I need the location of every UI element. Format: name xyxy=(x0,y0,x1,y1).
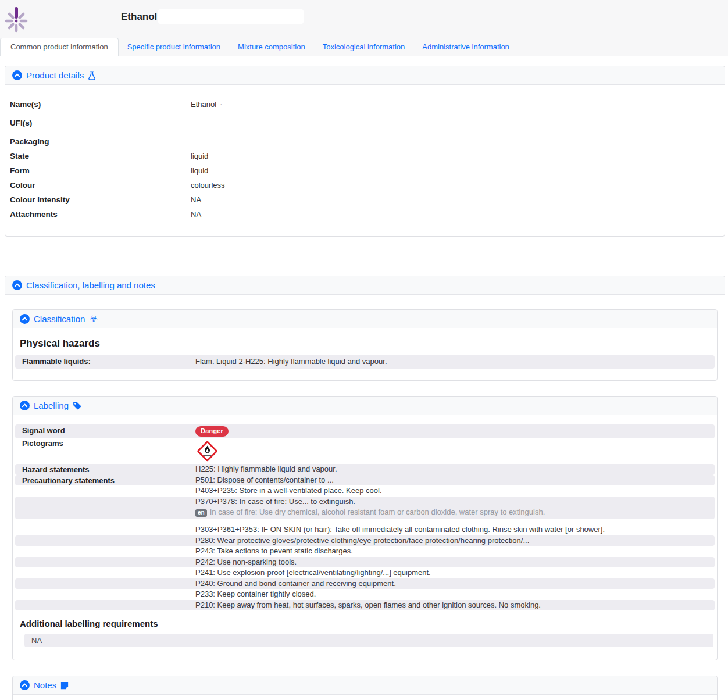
precautionary-statement-text: P243: Take actions to pevent static disc… xyxy=(195,547,709,556)
collapse-chevron-icon[interactable] xyxy=(20,401,30,410)
section-body: Classification ☣ Physical hazards Flamma… xyxy=(5,295,725,700)
notes-card: Notes None selected xyxy=(12,676,718,700)
precautionary-statement-text: P403+P235: Store in a well-ventilated pl… xyxy=(195,487,709,495)
field-label: Colour intensity xyxy=(10,195,191,205)
translation-text: In case of fire: Use dry chemical, alcoh… xyxy=(210,508,545,516)
field-value: liquid xyxy=(191,152,208,162)
redacted-area xyxy=(158,9,304,24)
field-label: UFI(s) xyxy=(10,119,191,128)
tab[interactable]: Specific product information xyxy=(119,38,229,56)
collapse-chevron-icon[interactable] xyxy=(20,680,30,690)
classification-rows: Flammable liquids: Flam. Liquid 2-H225: … xyxy=(15,355,715,369)
precautionary-statement-text: P240: Ground and bond container and rece… xyxy=(195,580,709,588)
hazard-statements-label: Hazard statements xyxy=(22,465,90,474)
signal-word-row: Signal word Danger xyxy=(15,424,715,438)
precautionary-statement-text: P370+P378: In case of fire: Use... to ex… xyxy=(195,498,709,506)
section-header[interactable]: Classification, labelling and notes xyxy=(5,276,725,295)
field-value: liquid xyxy=(191,166,208,176)
classification-header[interactable]: Classification ☣ xyxy=(13,310,717,328)
labelling-header[interactable]: Labelling xyxy=(13,397,717,415)
field-row: Name(s) Ethanol ·. xyxy=(10,100,720,110)
product-details-title: Product details xyxy=(26,70,84,80)
notes-body: None selected xyxy=(13,695,717,700)
precautionary-statement: P243: Take actions to pevent static disc… xyxy=(15,546,715,557)
pictograms-label: Pictograms xyxy=(22,439,63,448)
field-label: State xyxy=(10,152,191,162)
field-label: Colour xyxy=(10,181,191,191)
field-value: NA xyxy=(191,210,201,220)
field-row: Attachments NA xyxy=(10,210,720,220)
field-row: UFI(s) xyxy=(10,119,720,128)
precautionary-statement: P241: Use explosion-proof [electrical/ve… xyxy=(15,567,715,578)
field-value: colourless xyxy=(191,181,225,191)
precautionary-statements-label: Precautionary statements xyxy=(22,476,115,485)
signal-word-badge: Danger xyxy=(195,426,229,437)
product-details-header[interactable]: Product details xyxy=(5,66,725,85)
field-row: Colour colourless xyxy=(10,181,720,191)
hazard-class-value: Flam. Liquid 2-H225: Highly flammable li… xyxy=(195,357,387,366)
labelling-body: Signal word Danger Pictograms xyxy=(13,415,717,660)
flame-ghs02-pictogram-icon xyxy=(195,439,709,463)
precautionary-statement-text: P303+P361+P353: IF ON SKIN (or hair): Ta… xyxy=(195,526,709,534)
collapse-chevron-icon[interactable] xyxy=(12,70,22,80)
field-note: ·. xyxy=(219,100,222,110)
field-row: Form liquid xyxy=(10,166,720,176)
field-value: Ethanol xyxy=(191,100,216,110)
additional-labelling-heading: Additional labelling requirements xyxy=(20,619,715,628)
labelling-title: Labelling xyxy=(34,401,69,410)
precautionary-statement: P280: Wear protective gloves/protective … xyxy=(15,535,715,547)
precautionary-statement: P303+P361+P353: IF ON SKIN (or hair): Ta… xyxy=(15,524,715,535)
field-row: Colour intensity NA xyxy=(10,195,720,205)
classification-labelling-notes-section: Classification, labelling and notes Clas… xyxy=(5,276,725,700)
biohazard-icon: ☣ xyxy=(89,315,97,324)
collapse-chevron-icon[interactable] xyxy=(20,314,30,324)
hazard-statements-block: Hazard statements H225: Highly flammable… xyxy=(15,464,715,475)
language-badge: en xyxy=(195,509,207,517)
classification-title: Classification xyxy=(34,314,85,324)
precautionary-statement: P233: Keep container tightly closed. xyxy=(15,589,715,600)
collapse-chevron-icon[interactable] xyxy=(12,280,22,290)
tab[interactable]: Common product information xyxy=(0,38,119,56)
precautionary-statement: P210: Keep away from heat, hot surfaces,… xyxy=(15,600,715,611)
section-title: Classification, labelling and notes xyxy=(26,280,155,290)
app-header: Ethanol xyxy=(0,0,728,38)
tab-bar: Common product information Specific prod… xyxy=(0,38,728,56)
tag-icon xyxy=(73,401,81,410)
page-title: Ethanol xyxy=(121,11,157,23)
note-icon xyxy=(60,681,69,690)
precautionary-statement-text: P210: Keep away from heat, hot surfaces,… xyxy=(195,601,709,610)
precautionary-statement-text: P501: Dispose of contents/container to .… xyxy=(195,476,709,485)
field-label: Form xyxy=(10,166,191,176)
flask-icon xyxy=(88,71,96,80)
precautionary-statement: P240: Ground and bond container and rece… xyxy=(15,578,715,590)
precautionary-statement: P370+P378: In case of fire: Use... to ex… xyxy=(15,497,715,520)
notes-header[interactable]: Notes xyxy=(13,676,717,695)
field-row: Packaging xyxy=(10,137,720,147)
classification-body: Physical hazards Flammable liquids: Flam… xyxy=(13,328,717,380)
tab[interactable]: Toxicological information xyxy=(314,38,414,56)
hazard-statement: H225: Highly flammable liquid and vapour… xyxy=(15,464,715,475)
precautionary-statements-block: Precautionary statements P501: Dispose o… xyxy=(15,475,715,611)
precautionary-statement: P403+P235: Store in a well-ventilated pl… xyxy=(15,485,715,497)
product-details-body: Name(s) Ethanol ·. UFI(s) Packaging Stat… xyxy=(5,85,725,236)
signal-word-label: Signal word xyxy=(22,426,65,435)
precautionary-statement: P501: Dispose of contents/container to .… xyxy=(15,475,715,486)
field-label: Attachments xyxy=(10,210,191,220)
hazard-class-row: Flammable liquids: Flam. Liquid 2-H225: … xyxy=(15,355,715,369)
precautionary-statement-text: P233: Keep container tightly closed. xyxy=(195,590,709,599)
tab[interactable]: Mixture composition xyxy=(229,38,314,56)
pictograms-row: Pictograms xyxy=(15,438,715,464)
field-value: NA xyxy=(191,195,201,205)
field-label: Packaging xyxy=(10,137,191,147)
tab[interactable]: Administrative information xyxy=(413,38,518,56)
precautionary-statement: P242: Use non-sparking tools. xyxy=(15,557,715,568)
field-row: State liquid xyxy=(10,152,720,162)
additional-labelling-value: NA xyxy=(24,634,713,647)
product-details-card: Product details Name(s) Ethanol ·. UFI(s… xyxy=(5,66,725,237)
asterisk-logo-icon xyxy=(5,6,28,34)
field-label: Name(s) xyxy=(10,100,191,110)
statement-translation: enIn case of fire: Use dry chemical, alc… xyxy=(195,508,709,517)
classification-card: Classification ☣ Physical hazards Flamma… xyxy=(12,309,718,381)
labelling-card: Labelling Signal word Danger Pictograms xyxy=(12,396,718,660)
precautionary-statement-text: P242: Use non-sparking tools. xyxy=(195,558,709,567)
